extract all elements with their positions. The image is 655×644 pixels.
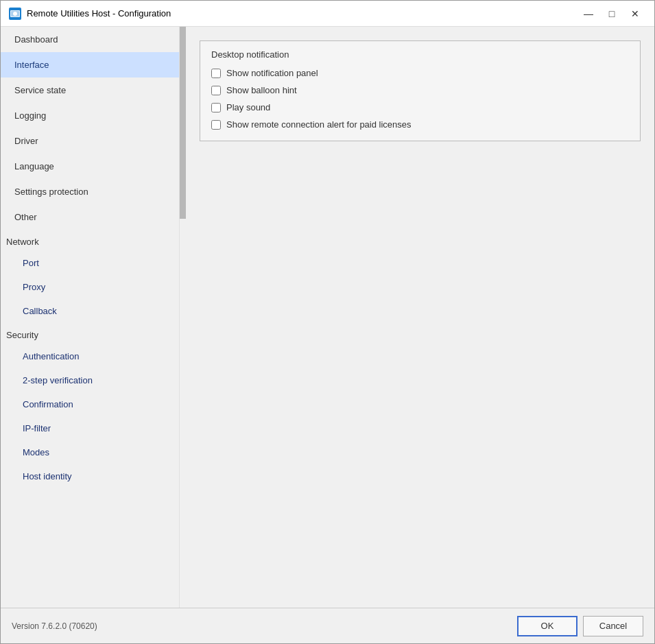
show-notification-panel-checkbox[interactable] (211, 69, 221, 78)
sidebar-item-interface[interactable]: Interface (1, 52, 179, 77)
sidebar-item-callback[interactable]: Callback (1, 299, 179, 323)
sidebar-item-authentication[interactable]: Authentication (1, 344, 179, 368)
desktop-notification-section: Desktop notification Show notification p… (200, 40, 641, 141)
sidebar-item-modes[interactable]: Modes (1, 440, 179, 464)
show-notification-panel-label: Show notification panel (226, 68, 318, 78)
show-balloon-hint-checkbox[interactable] (211, 86, 221, 95)
maximize-button[interactable]: □ (601, 4, 623, 23)
sidebar-item-language[interactable]: Language (1, 154, 179, 179)
checkbox-show-remote-alert[interactable]: Show remote connection alert for paid li… (211, 119, 629, 130)
sidebar: Dashboard Interface Service state Loggin… (1, 27, 186, 608)
main-content: Desktop notification Show notification p… (186, 27, 654, 608)
cancel-button[interactable]: Cancel (583, 616, 643, 636)
sidebar-item-proxy[interactable]: Proxy (1, 275, 179, 299)
sidebar-group-network: Network (1, 230, 179, 251)
play-sound-label: Play sound (226, 102, 270, 112)
sidebar-scrollbar[interactable] (179, 27, 186, 608)
checkbox-show-notification-panel[interactable]: Show notification panel (211, 68, 629, 78)
sidebar-inner: Dashboard Interface Service state Loggin… (1, 27, 179, 608)
sidebar-item-host-identity[interactable]: Host identity (1, 464, 179, 488)
sidebar-item-port[interactable]: Port (1, 251, 179, 275)
version-label: Version 7.6.2.0 (70620) (12, 621, 517, 631)
sidebar-item-logging[interactable]: Logging (1, 103, 179, 128)
sidebar-item-dashboard[interactable]: Dashboard (1, 27, 179, 52)
show-remote-alert-label: Show remote connection alert for paid li… (226, 119, 412, 130)
app-icon (9, 8, 21, 20)
sidebar-item-ip-filter[interactable]: IP-filter (1, 416, 179, 440)
checkbox-play-sound[interactable]: Play sound (211, 102, 629, 112)
show-remote-alert-checkbox[interactable] (211, 120, 221, 130)
main-window: Remote Utilities Host - Configuration — … (0, 0, 655, 644)
sidebar-item-driver[interactable]: Driver (1, 128, 179, 154)
sidebar-item-confirmation[interactable]: Confirmation (1, 392, 179, 416)
show-balloon-hint-label: Show balloon hint (226, 85, 297, 95)
ok-button[interactable]: OK (517, 616, 577, 636)
sidebar-group-security: Security (1, 323, 179, 344)
sidebar-item-other[interactable]: Other (1, 204, 179, 230)
svg-point-3 (13, 12, 17, 16)
footer-buttons: OK Cancel (517, 616, 643, 636)
sidebar-item-settings-protection[interactable]: Settings protection (1, 179, 179, 204)
window-title: Remote Utilities Host - Configuration (27, 8, 577, 19)
checkbox-show-balloon-hint[interactable]: Show balloon hint (211, 85, 629, 95)
content-area: Dashboard Interface Service state Loggin… (1, 27, 654, 608)
titlebar: Remote Utilities Host - Configuration — … (1, 1, 654, 27)
close-button[interactable]: ✕ (624, 4, 646, 23)
sidebar-item-two-step[interactable]: 2-step verification (1, 368, 179, 392)
play-sound-checkbox[interactable] (211, 103, 221, 112)
minimize-button[interactable]: — (577, 4, 599, 23)
window-controls: — □ ✕ (577, 4, 646, 23)
sidebar-item-service-state[interactable]: Service state (1, 77, 179, 103)
sidebar-scrollbar-thumb[interactable] (180, 27, 186, 219)
footer: Version 7.6.2.0 (70620) OK Cancel (1, 608, 654, 643)
section-title: Desktop notification (211, 49, 629, 60)
